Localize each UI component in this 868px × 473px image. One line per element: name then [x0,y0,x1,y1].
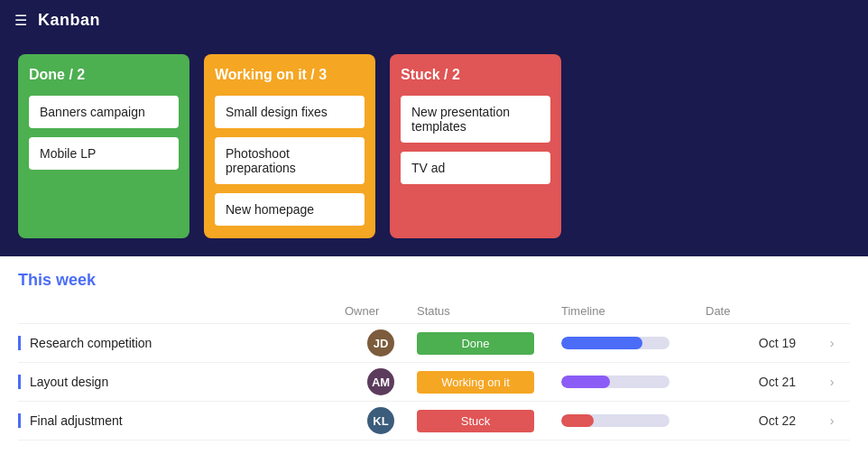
kanban-board: Done / 2Banners campaignMobile LPWorking… [0,40,868,256]
avatar: KL [367,407,394,434]
status-badge: Working on it [417,371,534,394]
timeline-bar-bg [561,376,669,388]
kanban-card[interactable]: Banners campaign [29,96,179,128]
kanban-card[interactable]: New homepage [215,193,365,226]
kanban-card[interactable]: Mobile LP [29,137,179,170]
timeline-fill [561,414,594,427]
table-row: Layout design AM Working on it Oct 21 › [18,363,850,402]
task-name: Research competition [18,336,345,350]
kanban-card[interactable]: TV ad [401,152,550,184]
col-header-add [814,304,850,318]
status-badge: Done [417,332,534,355]
table-body: Research competition JD Done Oct 19 › La… [18,324,850,441]
date-cell: Oct 21 [706,375,814,389]
timeline-bar [561,414,688,427]
col-header-owner: Owner [345,304,417,318]
table-row: Final adjustment KL Stuck Oct 22 › [18,402,850,441]
top-nav: ☰ Kanban [0,0,868,40]
owner-cell: AM [345,368,417,395]
table-header: Owner Status Timeline Date [18,301,850,324]
owner-cell: KL [345,407,417,434]
col-header-timeline: Timeline [561,304,706,318]
col-header-task [18,304,345,318]
kanban-card[interactable]: Photoshoot preparations [215,137,365,184]
row-action[interactable]: › [814,375,850,389]
kanban-card[interactable]: Small design fixes [215,96,365,128]
task-name: Final adjustment [18,413,345,428]
owner-cell: JD [345,329,417,357]
nav-title: Kanban [38,11,100,30]
avatar: AM [367,368,394,395]
col-header-status: Status [417,304,561,318]
kanban-card[interactable]: New presentation templates [401,96,550,143]
col-header-date: Date [706,304,814,318]
kanban-column-stuck: Stuck / 2New presentation templatesTV ad [390,54,561,238]
task-name: Layout design [18,375,345,389]
table-row: Research competition JD Done Oct 19 › [18,324,850,363]
table-section: This week Owner Status Timeline Date Res… [0,256,868,455]
timeline-fill [561,337,642,349]
column-title-stuck: Stuck / 2 [401,67,550,83]
hamburger-icon[interactable]: ☰ [14,12,27,29]
date-cell: Oct 22 [706,413,814,428]
section-title: This week [18,271,850,290]
timeline-fill [561,376,610,388]
kanban-column-done: Done / 2Banners campaignMobile LP [18,54,189,238]
column-title-done: Done / 2 [29,67,179,83]
column-title-working: Working on it / 3 [215,67,365,83]
timeline-bar-bg [561,414,669,427]
timeline-bar [561,337,688,349]
date-cell: Oct 19 [706,336,814,350]
timeline-bar-bg [561,337,669,349]
status-badge: Stuck [417,410,534,432]
avatar: JD [367,329,394,357]
status-cell: Stuck [417,410,561,432]
timeline-bar [561,376,688,388]
row-action[interactable]: › [814,336,850,350]
status-cell: Done [417,332,561,355]
kanban-column-working: Working on it / 3Small design fixesPhoto… [204,54,375,238]
row-action[interactable]: › [814,413,850,428]
status-cell: Working on it [417,371,561,394]
